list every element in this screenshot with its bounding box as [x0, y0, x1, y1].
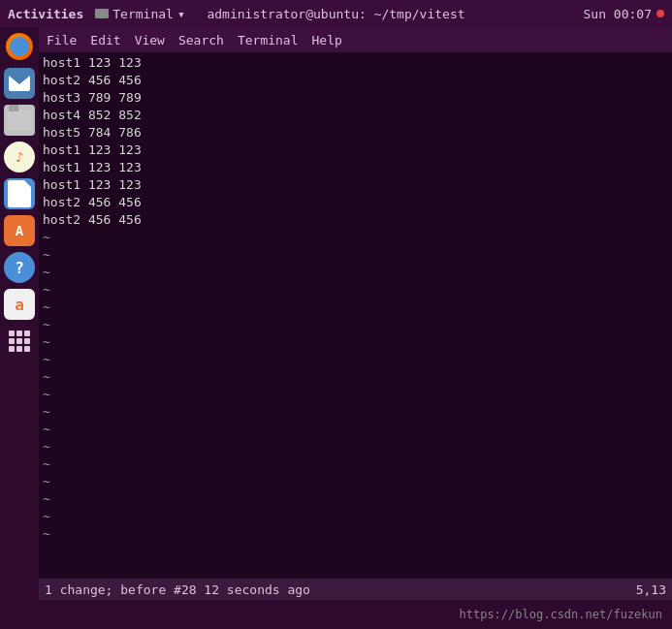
- files-icon: [7, 110, 32, 131]
- menu-help[interactable]: Help: [312, 33, 342, 47]
- terminal-menu[interactable]: Terminal ▾: [95, 7, 184, 21]
- terminal-window: File Edit View Search Terminal Help host…: [39, 27, 672, 629]
- clock: Sun 00:07: [584, 7, 664, 21]
- activities-button[interactable]: Activities: [8, 7, 83, 21]
- sound-icon: ♪: [9, 146, 30, 168]
- terminal-tilde: ~: [43, 386, 668, 403]
- top-system-bar: Activities Terminal ▾ administrator@ubun…: [0, 0, 672, 27]
- writer-icon: [8, 180, 31, 207]
- grid-icon: [9, 330, 30, 352]
- sidebar-item-mail[interactable]: [4, 68, 35, 99]
- terminal-line: host4 852 852: [43, 107, 668, 124]
- statusbar-left: 1 change; before #28 12 seconds ago: [45, 582, 310, 597]
- terminal-line: host1 123 123: [43, 142, 668, 159]
- bottom-notification-bar: https://blog.csdn.net/fuzekun: [39, 600, 672, 629]
- terminal-tilde: ~: [43, 508, 668, 525]
- menu-edit[interactable]: Edit: [90, 33, 120, 47]
- terminal-tilde: ~: [43, 368, 668, 386]
- terminal-tilde: ~: [43, 246, 668, 264]
- menu-file[interactable]: File: [47, 33, 77, 47]
- terminal-tilde: ~: [43, 456, 668, 473]
- terminal-tilde: ~: [43, 421, 668, 438]
- status-indicator: [656, 10, 664, 17]
- terminal-tilde: ~: [43, 299, 668, 316]
- firefox-icon: [6, 33, 33, 60]
- terminal-line: host1 123 123: [43, 54, 668, 72]
- terminal-statusbar: 1 change; before #28 12 seconds ago 5,13: [39, 579, 672, 600]
- statusbar-right: 5,13: [636, 582, 666, 597]
- sidebar-item-firefox[interactable]: [4, 31, 35, 62]
- terminal-line: host1 123 123: [43, 159, 668, 176]
- terminal-tilde: ~: [43, 264, 668, 281]
- appcenter-icon: A: [8, 219, 31, 242]
- terminal-line: host3 789 789: [43, 89, 668, 107]
- time-text: Sun 00:07: [584, 7, 652, 21]
- amazon-icon: a: [7, 292, 32, 317]
- blog-url: https://blog.csdn.net/fuzekun: [459, 608, 662, 621]
- terminal-tilde: ~: [43, 316, 668, 333]
- terminal-tilde: ~: [43, 525, 668, 543]
- window-title: administrator@ubuntu: ~/tmp/vitest: [207, 7, 464, 21]
- app-sidebar: ♪ A ? a: [0, 27, 39, 629]
- terminal-icon: [95, 9, 109, 18]
- sidebar-item-appcenter[interactable]: A: [4, 215, 35, 246]
- menu-terminal[interactable]: Terminal: [238, 33, 299, 47]
- sidebar-item-amazon[interactable]: a: [4, 289, 35, 320]
- terminal-line: host2 456 456: [43, 211, 668, 229]
- sidebar-item-help[interactable]: ?: [4, 252, 35, 283]
- terminal-line: host1 123 123: [43, 176, 668, 194]
- terminal-tilde: ~: [43, 473, 668, 490]
- terminal-tilde: ~: [43, 229, 668, 246]
- menu-search[interactable]: Search: [178, 33, 224, 47]
- terminal-tilde: ~: [43, 403, 668, 421]
- sidebar-item-files[interactable]: [4, 105, 35, 136]
- main-area: ♪ A ? a File Edit: [0, 27, 672, 629]
- mail-icon: [9, 76, 30, 91]
- terminal-line: host2 456 456: [43, 194, 668, 211]
- terminal-arrow: ▾: [177, 7, 185, 21]
- sidebar-item-apps[interactable]: [4, 326, 35, 357]
- terminal-line: host2 456 456: [43, 72, 668, 89]
- terminal-menubar: File Edit View Search Terminal Help: [39, 27, 672, 52]
- sidebar-item-writer[interactable]: [4, 178, 35, 209]
- sidebar-item-sound[interactable]: ♪: [4, 142, 35, 173]
- terminal-content[interactable]: host1 123 123 host2 456 456 host3 789 78…: [39, 52, 672, 579]
- terminal-tilde: ~: [43, 333, 668, 351]
- terminal-tilde: ~: [43, 490, 668, 508]
- terminal-label: Terminal: [112, 7, 174, 21]
- help-icon: ?: [6, 254, 33, 281]
- terminal-tilde: ~: [43, 281, 668, 299]
- terminal-line: host5 784 786: [43, 124, 668, 142]
- terminal-tilde: ~: [43, 351, 668, 368]
- terminal-tilde: ~: [43, 438, 668, 456]
- menu-view[interactable]: View: [135, 33, 165, 47]
